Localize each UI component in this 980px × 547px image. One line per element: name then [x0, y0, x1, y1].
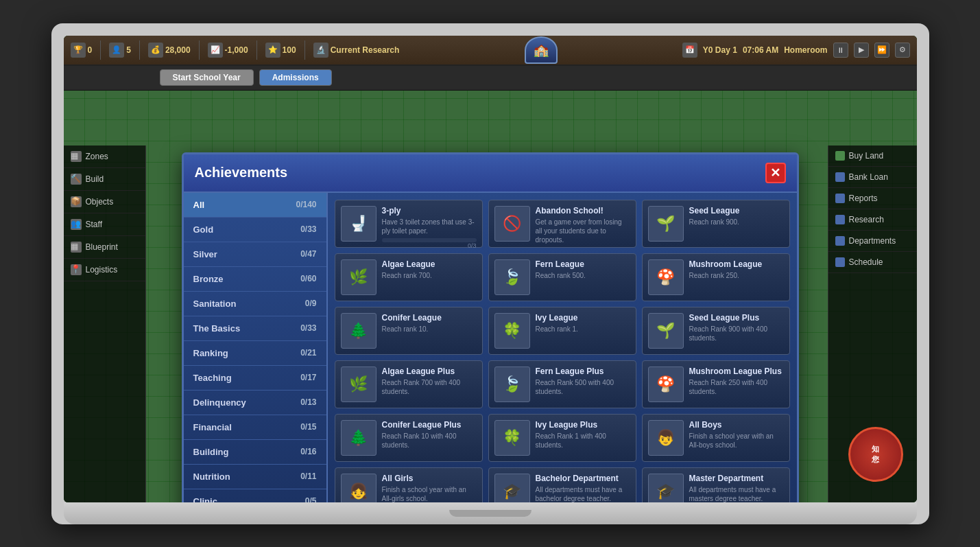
modal-title: Achievements: [195, 165, 288, 181]
mode-display: Homeroom: [784, 45, 827, 55]
achievement-card: 👧 All Girls Finish a school year with an…: [335, 467, 483, 502]
achievement-info: Fern League Reach rank 500.: [536, 259, 630, 280]
achievement-icon: 🍄: [648, 259, 684, 295]
achievement-card: 🍃 Fern League Plus Reach Rank 500 with 4…: [488, 360, 636, 408]
stars-icon: ⭐: [265, 43, 280, 58]
achievement-name: All Boys: [689, 420, 784, 430]
fast-forward-button[interactable]: ⏩: [874, 43, 889, 58]
achievement-desc: Reach rank 500.: [536, 271, 630, 280]
achievement-name: Algae League: [382, 259, 477, 269]
achievement-desc: All departments must have a bachelor deg…: [536, 485, 630, 502]
modal-header: Achievements ✕: [184, 154, 797, 193]
laptop-notch: [449, 510, 531, 517]
achievement-icon: 👧: [341, 474, 377, 502]
achievement-icon: 🍃: [494, 366, 530, 402]
achievement-card: 🚽 3-ply Have 3 toilet zones that use 3-p…: [335, 200, 483, 248]
achievements-modal: Achievements ✕ All0/140Gold0/33Silver0/4…: [182, 152, 799, 502]
laptop-outer: 🏆 0 👤 5 💰 28,000 📈 -1,000: [51, 23, 929, 524]
category-item-ranking[interactable]: Ranking0/21: [184, 341, 326, 366]
achievement-desc: All departments must have a masters degr…: [689, 485, 784, 502]
achievement-desc: Reach rank 250.: [689, 271, 784, 280]
trophy-value: 0: [88, 45, 93, 55]
achievement-card: 🎓 Master Department All departments must…: [642, 467, 790, 502]
achievement-card: 🍄 Mushroom League Plus Reach Rank 250 wi…: [642, 360, 790, 408]
achievement-info: Ivy League Plus Reach Rank 1 with 400 st…: [536, 420, 630, 450]
pause-button[interactable]: ⏸: [833, 43, 848, 58]
achievement-card: 🌲 Conifer League Plus Reach Rank 10 with…: [335, 414, 483, 462]
toolbar-stat-money: 💰 28,000: [148, 43, 191, 58]
category-item-nutrition[interactable]: Nutrition0/11: [184, 465, 326, 489]
achievement-desc: Get a game over from losing all your stu…: [536, 218, 630, 244]
toolbar-center: 🏫: [405, 36, 677, 64]
achievement-card: 👦 All Boys Finish a school year with an …: [642, 414, 790, 462]
achievement-info: 3-ply Have 3 toilet zones that use 3-ply…: [382, 206, 477, 249]
achievement-info: Seed League Reach rank 900.: [689, 206, 784, 226]
achievement-card: 🚫 Abandon School! Get a game over from l…: [488, 200, 636, 248]
laptop-screen: 🏆 0 👤 5 💰 28,000 📈 -1,000: [64, 36, 917, 502]
achievement-progress: 0/3: [382, 238, 477, 249]
achievement-desc: Reach Rank 500 with 400 students.: [536, 378, 630, 396]
school-badge: 🏫: [525, 36, 558, 64]
category-label: Ranking: [193, 348, 228, 358]
game-world: zhiniw.com ▦ Zones 🔨 Build 📦 Objects: [64, 91, 917, 502]
separator-3: [199, 40, 200, 60]
admissions-button[interactable]: Admissions: [259, 69, 332, 86]
category-item-silver[interactable]: Silver0/47: [184, 242, 326, 267]
category-label: Nutrition: [193, 472, 230, 482]
achievement-card: 🍄 Mushroom League Reach rank 250.: [642, 253, 790, 301]
achievement-icon: 🎓: [648, 474, 684, 502]
achievement-name: Mushroom League Plus: [689, 366, 784, 376]
play-button[interactable]: ▶: [854, 43, 869, 58]
game-background: 🏆 0 👤 5 💰 28,000 📈 -1,000: [64, 36, 917, 502]
category-item-building[interactable]: Building0/16: [184, 440, 326, 465]
achievement-icon: 🌿: [341, 366, 377, 402]
achievement-name: Mushroom League: [689, 259, 784, 269]
category-item-clinic[interactable]: Clinic0/5: [184, 489, 326, 502]
achievement-name: Conifer League: [382, 313, 477, 323]
achievement-name: Bachelor Department: [536, 474, 630, 483]
staff-icon: 👤: [109, 43, 124, 58]
staff-value: 5: [126, 45, 131, 55]
achievement-name: 3-ply: [382, 206, 477, 216]
category-item-bronze[interactable]: Bronze0/60: [184, 267, 326, 292]
achievement-card: 🌿 Algae League Reach rank 700.: [335, 253, 483, 301]
settings-icon[interactable]: ⚙: [895, 43, 910, 58]
category-item-financial[interactable]: Financial0/15: [184, 415, 326, 440]
achievement-info: Mushroom League Plus Reach Rank 250 with…: [689, 366, 784, 396]
achievement-icon: 🌲: [341, 313, 377, 349]
achievement-icon: 🍄: [648, 366, 684, 402]
achievement-icon: 🌱: [648, 313, 684, 349]
category-label: Gold: [193, 224, 214, 235]
top-toolbar: 🏆 0 👤 5 💰 28,000 📈 -1,000: [64, 36, 917, 66]
achievement-info: Algae League Reach rank 700.: [382, 259, 477, 280]
clock-display: 07:06 AM: [743, 45, 778, 55]
category-item-all[interactable]: All0/140: [184, 193, 326, 218]
category-item-teaching[interactable]: Teaching0/17: [184, 366, 326, 391]
achievement-name: Fern League: [536, 259, 630, 269]
research-icon: 🔬: [313, 43, 328, 58]
achievement-icon: 🍀: [494, 420, 530, 456]
category-label: The Basics: [193, 323, 241, 334]
category-count: 0/33: [300, 323, 316, 333]
category-label: Building: [193, 447, 229, 457]
category-item-sanitation[interactable]: Sanitation0/9: [184, 292, 326, 316]
toolbar-stat-stars: ⭐ 100: [265, 43, 296, 58]
achievement-card: 🍀 Ivy League Reach rank 1.: [488, 307, 636, 355]
modal-close-button[interactable]: ✕: [765, 163, 786, 183]
research-label: Current Research: [331, 45, 400, 55]
achievement-desc: Reach rank 900.: [689, 218, 784, 226]
category-item-delinquency[interactable]: Delinquency0/13: [184, 391, 326, 415]
category-item-the-basics[interactable]: The Basics0/33: [184, 316, 326, 341]
trophy-icon: 🏆: [71, 43, 86, 58]
achievement-desc: Reach Rank 700 with 400 students.: [382, 378, 477, 396]
category-label: Delinquency: [193, 397, 246, 408]
separator-4: [256, 40, 257, 60]
achievement-icon: 🚽: [341, 206, 377, 242]
achievement-info: Abandon School! Get a game over from los…: [536, 206, 630, 244]
income-icon: 📈: [208, 43, 223, 58]
achievement-name: Fern League Plus: [536, 366, 630, 376]
category-label: Bronze: [193, 274, 224, 284]
category-count: 0/33: [300, 224, 316, 234]
category-item-gold[interactable]: Gold0/33: [184, 218, 326, 242]
start-school-year-button[interactable]: Start School Year: [160, 69, 254, 86]
